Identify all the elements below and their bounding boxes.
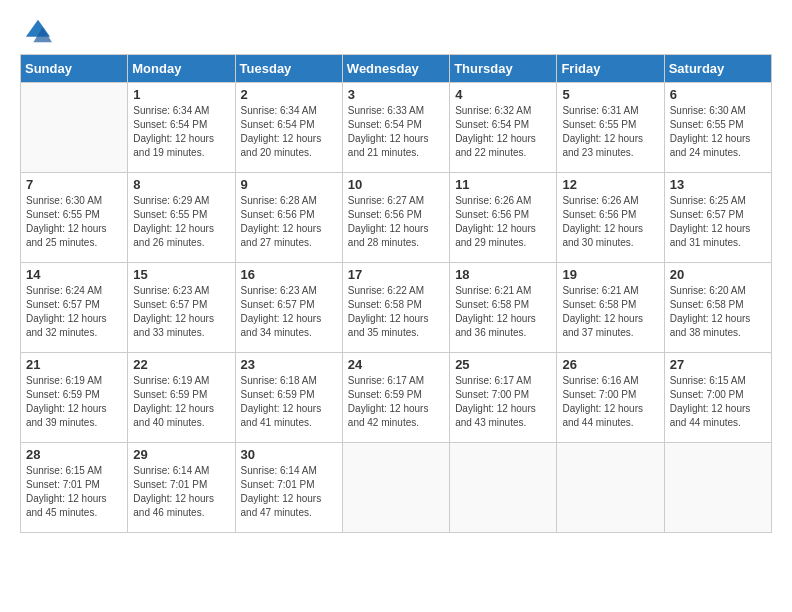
day-info: Sunrise: 6:27 AMSunset: 6:56 PMDaylight:… [348,194,444,250]
calendar-week-3: 21Sunrise: 6:19 AMSunset: 6:59 PMDayligh… [21,353,772,443]
calendar-week-4: 28Sunrise: 6:15 AMSunset: 7:01 PMDayligh… [21,443,772,533]
table-row: 13Sunrise: 6:25 AMSunset: 6:57 PMDayligh… [664,173,771,263]
table-row [557,443,664,533]
day-number: 16 [241,267,337,282]
calendar-header-row: SundayMondayTuesdayWednesdayThursdayFrid… [21,55,772,83]
day-header-sunday: Sunday [21,55,128,83]
day-number: 20 [670,267,766,282]
day-header-tuesday: Tuesday [235,55,342,83]
day-info: Sunrise: 6:17 AMSunset: 7:00 PMDaylight:… [455,374,551,430]
day-number: 27 [670,357,766,372]
day-info: Sunrise: 6:15 AMSunset: 7:00 PMDaylight:… [670,374,766,430]
table-row: 20Sunrise: 6:20 AMSunset: 6:58 PMDayligh… [664,263,771,353]
calendar-week-0: 1Sunrise: 6:34 AMSunset: 6:54 PMDaylight… [21,83,772,173]
day-info: Sunrise: 6:34 AMSunset: 6:54 PMDaylight:… [241,104,337,160]
day-number: 22 [133,357,229,372]
day-info: Sunrise: 6:20 AMSunset: 6:58 PMDaylight:… [670,284,766,340]
day-info: Sunrise: 6:21 AMSunset: 6:58 PMDaylight:… [455,284,551,340]
table-row: 30Sunrise: 6:14 AMSunset: 7:01 PMDayligh… [235,443,342,533]
day-info: Sunrise: 6:15 AMSunset: 7:01 PMDaylight:… [26,464,122,520]
table-row: 8Sunrise: 6:29 AMSunset: 6:55 PMDaylight… [128,173,235,263]
day-number: 25 [455,357,551,372]
table-row: 25Sunrise: 6:17 AMSunset: 7:00 PMDayligh… [450,353,557,443]
day-number: 10 [348,177,444,192]
table-row: 19Sunrise: 6:21 AMSunset: 6:58 PMDayligh… [557,263,664,353]
table-row: 5Sunrise: 6:31 AMSunset: 6:55 PMDaylight… [557,83,664,173]
day-number: 11 [455,177,551,192]
logo-icon [24,18,52,46]
table-row [342,443,449,533]
day-info: Sunrise: 6:14 AMSunset: 7:01 PMDaylight:… [241,464,337,520]
day-number: 9 [241,177,337,192]
table-row: 15Sunrise: 6:23 AMSunset: 6:57 PMDayligh… [128,263,235,353]
logo [24,18,56,46]
table-row: 1Sunrise: 6:34 AMSunset: 6:54 PMDaylight… [128,83,235,173]
day-number: 5 [562,87,658,102]
day-info: Sunrise: 6:32 AMSunset: 6:54 PMDaylight:… [455,104,551,160]
day-info: Sunrise: 6:31 AMSunset: 6:55 PMDaylight:… [562,104,658,160]
day-info: Sunrise: 6:16 AMSunset: 7:00 PMDaylight:… [562,374,658,430]
day-info: Sunrise: 6:22 AMSunset: 6:58 PMDaylight:… [348,284,444,340]
day-header-wednesday: Wednesday [342,55,449,83]
calendar-week-2: 14Sunrise: 6:24 AMSunset: 6:57 PMDayligh… [21,263,772,353]
table-row: 27Sunrise: 6:15 AMSunset: 7:00 PMDayligh… [664,353,771,443]
day-number: 14 [26,267,122,282]
table-row: 7Sunrise: 6:30 AMSunset: 6:55 PMDaylight… [21,173,128,263]
day-number: 23 [241,357,337,372]
day-info: Sunrise: 6:21 AMSunset: 6:58 PMDaylight:… [562,284,658,340]
day-info: Sunrise: 6:25 AMSunset: 6:57 PMDaylight:… [670,194,766,250]
day-header-friday: Friday [557,55,664,83]
day-number: 6 [670,87,766,102]
day-number: 1 [133,87,229,102]
day-info: Sunrise: 6:18 AMSunset: 6:59 PMDaylight:… [241,374,337,430]
table-row: 9Sunrise: 6:28 AMSunset: 6:56 PMDaylight… [235,173,342,263]
day-info: Sunrise: 6:33 AMSunset: 6:54 PMDaylight:… [348,104,444,160]
table-row: 24Sunrise: 6:17 AMSunset: 6:59 PMDayligh… [342,353,449,443]
day-number: 26 [562,357,658,372]
day-info: Sunrise: 6:23 AMSunset: 6:57 PMDaylight:… [133,284,229,340]
day-info: Sunrise: 6:24 AMSunset: 6:57 PMDaylight:… [26,284,122,340]
day-number: 13 [670,177,766,192]
table-row: 2Sunrise: 6:34 AMSunset: 6:54 PMDaylight… [235,83,342,173]
day-info: Sunrise: 6:14 AMSunset: 7:01 PMDaylight:… [133,464,229,520]
page-header [0,0,792,54]
table-row: 26Sunrise: 6:16 AMSunset: 7:00 PMDayligh… [557,353,664,443]
day-info: Sunrise: 6:30 AMSunset: 6:55 PMDaylight:… [670,104,766,160]
day-info: Sunrise: 6:26 AMSunset: 6:56 PMDaylight:… [562,194,658,250]
day-header-monday: Monday [128,55,235,83]
day-info: Sunrise: 6:19 AMSunset: 6:59 PMDaylight:… [133,374,229,430]
day-info: Sunrise: 6:23 AMSunset: 6:57 PMDaylight:… [241,284,337,340]
table-row: 23Sunrise: 6:18 AMSunset: 6:59 PMDayligh… [235,353,342,443]
table-row [21,83,128,173]
calendar-table: SundayMondayTuesdayWednesdayThursdayFrid… [20,54,772,533]
table-row: 28Sunrise: 6:15 AMSunset: 7:01 PMDayligh… [21,443,128,533]
table-row: 6Sunrise: 6:30 AMSunset: 6:55 PMDaylight… [664,83,771,173]
day-number: 28 [26,447,122,462]
day-number: 24 [348,357,444,372]
calendar-wrapper: SundayMondayTuesdayWednesdayThursdayFrid… [0,54,792,543]
calendar-week-1: 7Sunrise: 6:30 AMSunset: 6:55 PMDaylight… [21,173,772,263]
table-row [450,443,557,533]
day-info: Sunrise: 6:19 AMSunset: 6:59 PMDaylight:… [26,374,122,430]
table-row: 18Sunrise: 6:21 AMSunset: 6:58 PMDayligh… [450,263,557,353]
day-info: Sunrise: 6:30 AMSunset: 6:55 PMDaylight:… [26,194,122,250]
table-row: 11Sunrise: 6:26 AMSunset: 6:56 PMDayligh… [450,173,557,263]
table-row: 22Sunrise: 6:19 AMSunset: 6:59 PMDayligh… [128,353,235,443]
day-header-thursday: Thursday [450,55,557,83]
day-number: 29 [133,447,229,462]
table-row [664,443,771,533]
table-row: 10Sunrise: 6:27 AMSunset: 6:56 PMDayligh… [342,173,449,263]
day-info: Sunrise: 6:29 AMSunset: 6:55 PMDaylight:… [133,194,229,250]
day-info: Sunrise: 6:28 AMSunset: 6:56 PMDaylight:… [241,194,337,250]
day-header-saturday: Saturday [664,55,771,83]
day-number: 30 [241,447,337,462]
table-row: 4Sunrise: 6:32 AMSunset: 6:54 PMDaylight… [450,83,557,173]
day-info: Sunrise: 6:17 AMSunset: 6:59 PMDaylight:… [348,374,444,430]
day-number: 17 [348,267,444,282]
day-number: 18 [455,267,551,282]
day-info: Sunrise: 6:26 AMSunset: 6:56 PMDaylight:… [455,194,551,250]
day-number: 21 [26,357,122,372]
table-row: 17Sunrise: 6:22 AMSunset: 6:58 PMDayligh… [342,263,449,353]
day-number: 15 [133,267,229,282]
day-number: 3 [348,87,444,102]
